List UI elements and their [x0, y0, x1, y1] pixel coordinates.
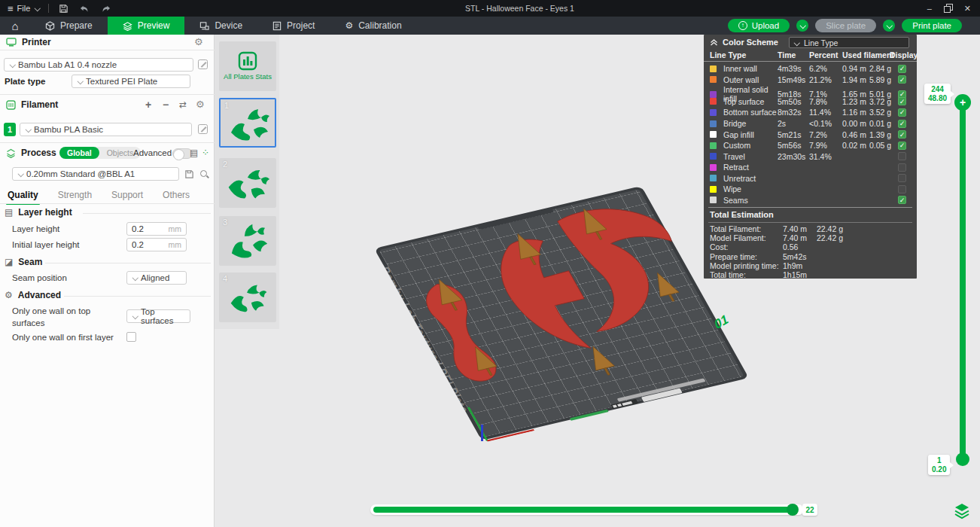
display-checkbox[interactable]: ✓: [898, 97, 906, 105]
display-checkbox[interactable]: ✓: [898, 75, 906, 84]
process-scope-toggle[interactable]: Global Objects: [59, 147, 141, 159]
plate-type-dropdown[interactable]: Textured PEI Plate: [72, 75, 190, 88]
one-wall-first-label: Only one wall on first layer: [12, 333, 114, 342]
line-type-length: 1.23 m: [842, 97, 869, 106]
tab-project[interactable]: Project: [257, 17, 330, 35]
line-type-length: 0.02 m: [842, 141, 869, 150]
restore-button[interactable]: [944, 4, 952, 14]
legend-row: Internal solid infill5m18s7.1%1.65 m5.01…: [704, 85, 917, 96]
filament-section-header: Filament: [6, 99, 58, 110]
remove-filament-button[interactable]: −: [163, 99, 169, 111]
save-preset-button[interactable]: [184, 169, 194, 181]
display-checkbox[interactable]: ✓: [898, 120, 906, 128]
plate-thumbnail-2[interactable]: 2: [219, 158, 276, 208]
print-plate-button[interactable]: Print plate: [902, 19, 962, 32]
one-wall-first-checkbox[interactable]: [126, 332, 136, 342]
collapse-panel-button[interactable]: [710, 38, 718, 48]
tab-preview[interactable]: Preview: [108, 17, 185, 35]
filament-slot-badge: 1: [4, 123, 16, 136]
display-checkbox[interactable]: [898, 163, 906, 172]
line-type-swatch: [710, 91, 717, 98]
close-button[interactable]: ✕: [964, 4, 971, 14]
display-checkbox[interactable]: ✓: [898, 196, 906, 204]
initial-layer-height-label: Initial layer height: [12, 240, 80, 249]
plate-thumbnail-4[interactable]: 4: [219, 273, 276, 322]
process-preset-dropdown[interactable]: 0.20mm Standard @BBL A1: [12, 167, 179, 181]
display-checkbox[interactable]: [898, 174, 906, 182]
move-slider-fill: [373, 507, 795, 513]
layer-slider-track[interactable]: [960, 102, 966, 459]
filament-preset-value: Bambu PLA Basic: [34, 125, 103, 134]
all-plates-stats-button[interactable]: All Plates Stats: [219, 41, 276, 91]
upload-icon: ↑: [738, 21, 747, 30]
display-checkbox[interactable]: [898, 185, 906, 193]
app-window: ≡ File STL - Halloween Face - Eyes 1 – ✕…: [0, 0, 980, 527]
sync-filament-button[interactable]: ⇄: [179, 99, 187, 110]
device-icon: [199, 21, 209, 31]
printer-settings-button[interactable]: ⚙: [194, 37, 203, 47]
slice-dropdown-button[interactable]: [796, 20, 808, 32]
layer-height-input[interactable]: 0.2 mm: [126, 222, 187, 236]
seam-position-dropdown[interactable]: Aligned: [126, 271, 187, 285]
undo-button[interactable]: [78, 2, 91, 14]
one-wall-top-dropdown[interactable]: Top surfaces: [126, 309, 190, 323]
tab-quality[interactable]: Quality: [8, 190, 38, 200]
layer-height-section: ▤ Layer height: [5, 207, 72, 218]
search-settings-button[interactable]: [199, 169, 209, 179]
slice-plate-button[interactable]: Slice plate: [815, 19, 876, 32]
total-value-1: 7.40 m: [783, 233, 817, 242]
process-section-header: Process: [6, 148, 56, 158]
home-button[interactable]: ⌂: [0, 17, 30, 35]
view-mode-dropdown[interactable]: Line Type: [789, 37, 909, 48]
display-checkbox[interactable]: ✓: [898, 108, 906, 117]
display-checkbox[interactable]: ✓: [898, 142, 906, 150]
line-type-time: 8m32s: [778, 108, 809, 117]
display-checkbox[interactable]: ✓: [898, 65, 906, 73]
printer-preset-dropdown[interactable]: Bambu Lab A1 0.4 nozzle: [4, 58, 193, 72]
total-value-1: 0.56: [783, 242, 817, 251]
legend-row: Seams✓: [704, 195, 917, 206]
edit-printer-button[interactable]: [198, 59, 208, 69]
tab-strength[interactable]: Strength: [58, 190, 92, 200]
tab-prepare[interactable]: Prepare: [30, 17, 108, 35]
plate-thumbnail-number: 3: [223, 218, 227, 227]
layers-icon: [953, 501, 971, 519]
print-dropdown-button[interactable]: [883, 20, 895, 32]
initial-layer-height-input[interactable]: 0.2 mm: [126, 238, 187, 251]
line-type-length: 1.94 m: [842, 75, 869, 84]
objects-params-button[interactable]: ⁘: [202, 148, 209, 158]
filament-preset-dropdown[interactable]: Bambu PLA Basic: [20, 123, 192, 136]
layers-view-button[interactable]: [953, 501, 971, 519]
layer-height-value: 0.2: [132, 224, 144, 233]
filament-settings-button[interactable]: ⚙: [196, 99, 205, 109]
divider: [708, 222, 912, 223]
minimize-button[interactable]: –: [927, 4, 932, 13]
save-preset-icon: [184, 169, 194, 179]
tab-calibration[interactable]: ⚙ Calibration: [330, 17, 416, 35]
add-filament-button[interactable]: +: [145, 99, 151, 111]
display-checkbox[interactable]: [898, 152, 906, 160]
prepare-icon: [45, 21, 55, 31]
total-row: Prepare time:5m42s: [710, 252, 905, 261]
upload-button[interactable]: ↑ Upload: [728, 19, 790, 32]
redo-button[interactable]: [99, 2, 112, 14]
line-type-weight: 3.52 g: [869, 108, 898, 117]
scope-global[interactable]: Global: [59, 147, 99, 159]
tab-others[interactable]: Others: [163, 190, 190, 200]
parameter-list-button[interactable]: ▤: [190, 148, 198, 158]
line-type-length: 0.94 m: [842, 64, 869, 73]
plate-thumbnail-3[interactable]: 3: [219, 216, 276, 266]
layer-slider-top-handle[interactable]: +: [954, 94, 971, 111]
tab-device[interactable]: Device: [184, 17, 257, 35]
plate-thumbnail-1[interactable]: 1: [219, 98, 276, 148]
tab-preview-label: Preview: [138, 20, 170, 31]
tab-support[interactable]: Support: [111, 190, 143, 200]
line-type-percent: 7.8%: [809, 97, 842, 106]
display-checkbox[interactable]: ✓: [898, 130, 906, 139]
move-slider-handle[interactable]: [787, 504, 799, 516]
tab-device-label: Device: [215, 20, 242, 31]
save-button[interactable]: [56, 2, 70, 14]
edit-filament-button[interactable]: [198, 124, 208, 134]
layer-slider-bottom-handle[interactable]: [956, 452, 969, 466]
file-menu[interactable]: ≡ File: [8, 3, 41, 14]
